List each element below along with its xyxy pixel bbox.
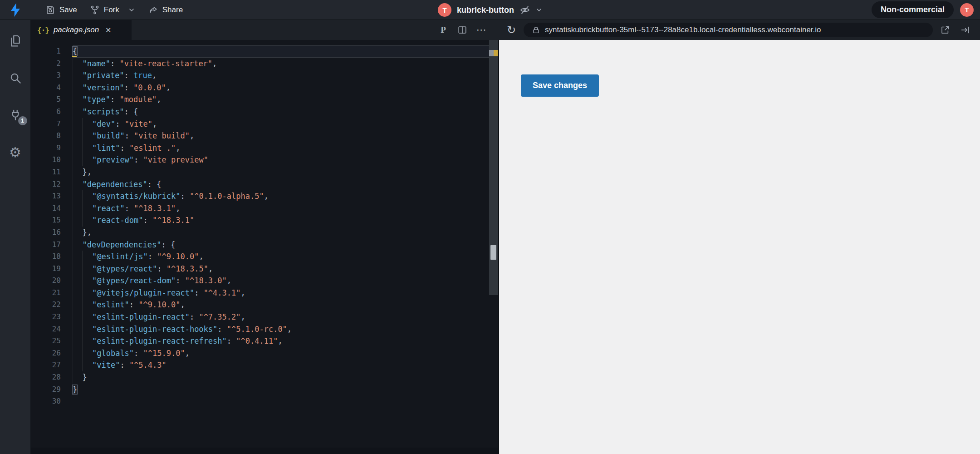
share-button[interactable]: Share — [142, 2, 189, 18]
line-number: 27 — [31, 359, 73, 371]
line-number: 16 — [31, 227, 73, 239]
line-number: 13 — [31, 190, 73, 202]
code-line[interactable]: 12 "dependencies": { — [31, 178, 498, 191]
editor-scrollbar[interactable] — [489, 40, 498, 448]
line-number: 3 — [31, 69, 73, 82]
code-line[interactable]: 22 "eslint": "^9.10.0", — [31, 299, 498, 311]
code-line[interactable]: 7 "dev": "vite", — [31, 118, 498, 130]
tab-package-json[interactable]: {·} package.json ✕ — [31, 20, 132, 40]
code-line[interactable]: 5 "type": "module", — [31, 94, 498, 106]
close-tab-icon[interactable]: ✕ — [105, 26, 111, 35]
activity-sidebar: 1 ⚙ — [0, 20, 31, 454]
app-window: Save Fork Share T — [0, 0, 980, 454]
ports-count-badge: 1 — [18, 116, 27, 125]
line-number: 28 — [31, 371, 73, 384]
user-avatar[interactable]: T — [960, 3, 974, 17]
scrollbar-modified-marker — [494, 50, 498, 56]
code-line[interactable]: 10 "preview": "vite preview" — [31, 154, 498, 166]
preview-url-bar[interactable]: syntatiskubrickbutton-35ml--5173--28a8ce… — [524, 23, 933, 37]
code-line[interactable]: 17 "devDependencies": { — [31, 239, 498, 251]
share-arrow-icon — [148, 5, 158, 15]
line-number: 18 — [31, 251, 73, 263]
line-number: 21 — [31, 287, 73, 299]
code-line[interactable]: 27 "vite": "^5.4.3" — [31, 359, 498, 371]
topbar-actions: Save Fork Share — [39, 2, 189, 18]
line-number: 22 — [31, 299, 73, 311]
topbar-right: Non-commercial T — [872, 1, 980, 18]
code-line[interactable]: 23 "eslint-plugin-react": "^7.35.2", — [31, 311, 498, 323]
scrollbar-thumb-handle[interactable] — [490, 245, 496, 260]
line-number: 14 — [31, 202, 73, 215]
code-line[interactable]: 16 }, — [31, 227, 498, 239]
line-number: 23 — [31, 311, 73, 323]
dock-preview-button[interactable] — [957, 22, 973, 38]
line-number: 6 — [31, 106, 73, 118]
line-number: 5 — [31, 94, 73, 106]
code-line[interactable]: 13 "@syntatis/kubrick": "^0.1.0-alpha.5"… — [31, 190, 498, 202]
refresh-button[interactable]: ↻ — [504, 22, 519, 38]
code-line[interactable]: 18 "@eslint/js": "^9.10.0", — [31, 251, 498, 263]
code-line[interactable]: 26 "globals": "^15.9.0", — [31, 347, 498, 360]
chevron-down-icon[interactable] — [536, 7, 542, 13]
arrow-to-bar-icon — [960, 25, 970, 35]
top-bar: Save Fork Share T — [0, 0, 980, 20]
stackblitz-logo[interactable] — [0, 3, 31, 17]
code-line[interactable]: 6 "scripts": { — [31, 106, 498, 118]
code-line[interactable]: 29} — [31, 384, 498, 396]
fork-dropdown-button[interactable] — [126, 4, 137, 16]
line-number: 20 — [31, 275, 73, 287]
line-number: 15 — [31, 214, 73, 227]
refresh-icon: ↻ — [507, 25, 516, 35]
code-line[interactable]: 15 "react-dom": "^18.3.1" — [31, 214, 498, 227]
code-line[interactable]: 20 "@types/react-dom": "^18.3.0", — [31, 275, 498, 287]
text-cursor — [72, 56, 77, 57]
share-label: Share — [162, 5, 183, 15]
fork-label: Fork — [104, 5, 119, 15]
open-in-new-window-button[interactable] — [937, 22, 953, 38]
code-line[interactable]: 24 "eslint-plugin-react-hooks": "^5.1.0-… — [31, 323, 498, 336]
code-line[interactable]: 28 } — [31, 371, 498, 384]
code-line[interactable]: 30 — [31, 395, 498, 408]
code-line[interactable]: 21 "@vitejs/plugin-react": "^4.3.1", — [31, 287, 498, 299]
line-number: 24 — [31, 323, 73, 336]
sidebar-item-search[interactable] — [7, 70, 24, 86]
code-editor[interactable]: 1{2 "name": "vite-react-starter",3 "priv… — [31, 40, 499, 454]
preview-url: syntatiskubrickbutton-35ml--5173--28a8ce… — [545, 25, 821, 35]
floppy-disk-icon — [45, 5, 55, 15]
line-number: 30 — [31, 395, 73, 408]
code-line[interactable]: 1{ — [31, 45, 498, 58]
lock-icon — [532, 26, 540, 35]
preview-pane: Save changes — [499, 40, 980, 454]
code-lines: 1{2 "name": "vite-react-starter",3 "priv… — [31, 45, 498, 408]
license-badge[interactable]: Non-commercial — [872, 1, 954, 18]
sidebar-item-files[interactable] — [7, 33, 24, 49]
save-changes-button[interactable]: Save changes — [521, 74, 599, 97]
line-number: 10 — [31, 154, 73, 166]
scrollbar-marker — [489, 50, 494, 56]
save-button[interactable]: Save — [39, 2, 83, 18]
line-number: 29 — [31, 384, 73, 396]
code-line[interactable]: 9 "lint": "eslint .", — [31, 142, 498, 154]
split-editor-button[interactable] — [455, 22, 470, 38]
sidebar-item-ports[interactable]: 1 — [7, 107, 24, 123]
code-line[interactable]: 11 }, — [31, 166, 498, 178]
fork-button[interactable]: Fork — [83, 2, 126, 18]
save-label: Save — [59, 5, 77, 15]
more-options-button[interactable]: ⋯ — [474, 22, 489, 38]
project-header[interactable]: T kubrick-button — [438, 0, 542, 20]
editor-tab-bar: {·} package.json ✕ P — [31, 20, 499, 40]
files-icon — [9, 34, 22, 48]
lightning-bolt-icon — [10, 3, 21, 17]
code-line[interactable]: 3 "private": true, — [31, 69, 498, 82]
code-line[interactable]: 2 "name": "vite-react-starter", — [31, 58, 498, 70]
fork-branch-icon — [90, 5, 100, 15]
code-line[interactable]: 25 "eslint-plugin-react-refresh": "^0.4.… — [31, 335, 498, 347]
prettier-button[interactable]: P — [436, 22, 451, 38]
code-line[interactable]: 19 "@types/react": "^18.3.5", — [31, 263, 498, 275]
line-number: 17 — [31, 239, 73, 251]
code-line[interactable]: 14 "react": "^18.3.1", — [31, 202, 498, 215]
sidebar-item-settings[interactable]: ⚙ — [7, 144, 24, 161]
prettier-icon: P — [441, 25, 446, 35]
code-line[interactable]: 4 "version": "0.0.0", — [31, 82, 498, 94]
code-line[interactable]: 8 "build": "vite build", — [31, 130, 498, 142]
